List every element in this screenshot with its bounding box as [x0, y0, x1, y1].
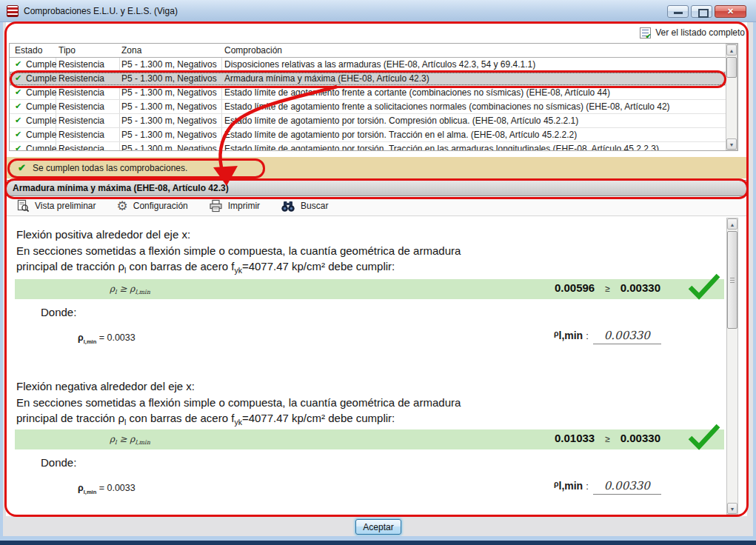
check-icon: ✔	[15, 73, 21, 83]
result-line: ρl,min:0.00330	[554, 329, 661, 344]
column-header-estado: Estado	[15, 45, 42, 56]
section-line2: En secciones sometidas a flexión simple …	[16, 243, 461, 259]
table-header-row: Estado Tipo Zona Comprobación	[10, 44, 737, 58]
estado-cell: Cumple	[26, 101, 57, 112]
estado-cell: Cumple	[26, 144, 57, 151]
comprobacion-cell: Estado límite de agotamiento por torsión…	[224, 130, 725, 140]
title-bar[interactable]: Comprobaciones E.L.U. y E.L.S. (Viga) ✕	[0, 0, 756, 22]
zona-cell: P5 - 1.300 m, Negativos	[121, 144, 219, 151]
comprobacion-cell: Estado límite de agotamiento frente a co…	[224, 87, 725, 98]
scroll-up-button[interactable]: ▲	[726, 44, 737, 56]
computed-value: 0.01033	[555, 432, 595, 444]
tipo-cell: Resistencia	[58, 130, 118, 140]
estado-cell: Cumple	[26, 87, 57, 98]
preview-button[interactable]: Vista preliminar	[16, 199, 96, 213]
scrollbar-thumb[interactable]	[726, 57, 737, 78]
printer-icon	[209, 199, 223, 213]
table-row[interactable]: ✔ Cumple Resistencia P5 - 1.300 m, Negat…	[10, 86, 737, 100]
close-button[interactable]: ✕	[715, 5, 746, 18]
scroll-up-button[interactable]: ▲	[727, 218, 737, 230]
table-row[interactable]: ✔ Cumple Resistencia P5 - 1.300 m, Negat…	[10, 100, 737, 114]
comprobacion-cell: Estado límite de agotamiento frente a so…	[224, 101, 725, 112]
settings-button[interactable]: ⚙ Configuración	[116, 200, 187, 213]
zona-cell: P5 - 1.300 m, Negativos	[121, 59, 219, 70]
where-label: Donde:	[41, 306, 76, 318]
section-line2: En secciones sometidas a flexión simple …	[16, 395, 461, 411]
zona-cell: P5 - 1.300 m, Negativos	[121, 73, 219, 84]
check-icon: ✔	[15, 130, 21, 139]
pass-check-icon	[687, 424, 721, 450]
checks-table: Estado Tipo Zona Comprobación ✔ Cumple R…	[9, 43, 738, 151]
print-button[interactable]: Imprimir	[209, 199, 260, 213]
band-formula: ρl ≥ ρl,min	[110, 284, 150, 295]
detail-title-bar: Armadura mínima y máxima (EHE-08, Artícu…	[6, 180, 747, 196]
accept-button[interactable]: Aceptar	[355, 519, 401, 535]
comprobacion-cell: Armadura mínima y máxima (EHE-08, Artícu…	[224, 73, 725, 84]
tipo-cell: Resistencia	[58, 101, 118, 112]
status-text: Se cumplen todas las comprobaciones.	[33, 163, 187, 173]
check-icon: ✔	[15, 144, 21, 151]
detail-scrollbar[interactable]: ▲ ▼	[726, 218, 738, 515]
settings-label: Configuración	[133, 201, 188, 211]
section-positive-text: Flexión positiva alrededor del eje x: En…	[16, 227, 461, 279]
view-full-list-button[interactable]: Ver el listado completo	[640, 25, 745, 40]
check-icon: ✔	[15, 87, 21, 97]
table-scrollbar[interactable]: ▲ ▼	[726, 44, 737, 150]
detail-toolbar: Vista preliminar ⚙ Configuración Imprimi…	[6, 196, 747, 216]
column-header-tipo: Tipo	[58, 45, 76, 56]
where-label: Donde:	[41, 456, 76, 469]
zona-cell: P5 - 1.300 m, Negativos	[121, 87, 219, 98]
band-values: 0.00596 ≥ 0.00330	[555, 281, 660, 294]
tipo-cell: Resistencia	[58, 87, 118, 98]
window-frame-bottom	[0, 541, 756, 545]
tipo-cell: Resistencia	[58, 116, 118, 126]
limit-value: 0.00330	[620, 432, 660, 444]
estado-cell: Cumple	[26, 116, 57, 126]
table-row-selected[interactable]: ✔ Cumple Resistencia P5 - 1.300 m, Negat…	[10, 72, 737, 86]
scroll-down-button[interactable]: ▼	[726, 138, 737, 150]
table-row[interactable]: ✔ Cumple Resistencia P5 - 1.300 m, Negat…	[10, 114, 737, 128]
pass-check-icon	[687, 273, 721, 300]
window-title: Comprobaciones E.L.U. y E.L.S. (Viga)	[24, 6, 178, 16]
window-controls: ✕	[667, 5, 746, 18]
app-icon	[7, 5, 19, 17]
comparison-operator: ≥	[605, 284, 610, 294]
band-values: 0.01033 ≥ 0.00330	[555, 432, 660, 444]
minimize-button[interactable]	[667, 5, 689, 18]
result-line: ρl,min:0.00330	[554, 479, 661, 495]
binoculars-icon	[281, 200, 295, 213]
column-header-comprobacion: Comprobación	[224, 45, 282, 56]
zona-cell: P5 - 1.300 m, Negativos	[121, 101, 219, 112]
comprobacion-cell: Estado límite de agotamiento por torsión…	[224, 144, 725, 151]
table-row[interactable]: ✔ Cumple Resistencia P5 - 1.300 m, Negat…	[10, 128, 737, 142]
view-full-list-label: Ver el listado completo	[655, 27, 745, 38]
section-line3: principal de tracción ρl con barras de a…	[16, 410, 461, 431]
table-row[interactable]: ✔ Cumple Resistencia P5 - 1.300 m, Negat…	[10, 142, 737, 151]
tipo-cell: Resistencia	[58, 73, 118, 84]
search-label: Buscar	[301, 201, 328, 211]
checklist-icon	[640, 27, 651, 39]
computed-value: 0.00596	[555, 281, 595, 294]
zona-cell: P5 - 1.300 m, Negativos	[121, 130, 219, 140]
maximize-button[interactable]	[691, 5, 712, 18]
column-header-zona: Zona	[121, 45, 141, 56]
print-label: Imprimir	[228, 201, 260, 211]
table-row[interactable]: ✔ Cumple Resistencia P5 - 1.300 m, Negat…	[10, 58, 737, 72]
result-value: 0.00330	[593, 479, 661, 495]
where-formula: ρl,min = 0.0033	[78, 332, 136, 345]
detail-content: Flexión positiva alrededor del eje x: En…	[6, 216, 747, 516]
comprobacion-cell: Disposiciones relativas a las armaduras …	[224, 59, 725, 70]
section-heading: Flexión positiva alrededor del eje x:	[16, 227, 461, 243]
scrollbar-thumb[interactable]	[727, 231, 737, 329]
check-band-positive: ρl ≥ ρl,min 0.00596 ≥ 0.00330	[15, 279, 724, 299]
scroll-down-button[interactable]: ▼	[727, 503, 737, 514]
check-icon: ✔	[18, 162, 26, 173]
estado-cell: Cumple	[26, 59, 57, 70]
section-line3: principal de tracción ρl con barras de a…	[16, 258, 461, 279]
comparison-operator: ≥	[605, 434, 610, 444]
check-band-negative: ρl ≥ ρl,min 0.01033 ≥ 0.00330	[15, 429, 724, 449]
search-button[interactable]: Buscar	[281, 200, 328, 213]
preview-label: Vista preliminar	[35, 201, 96, 211]
limit-value: 0.00330	[620, 281, 660, 294]
gear-icon: ⚙	[116, 200, 127, 213]
